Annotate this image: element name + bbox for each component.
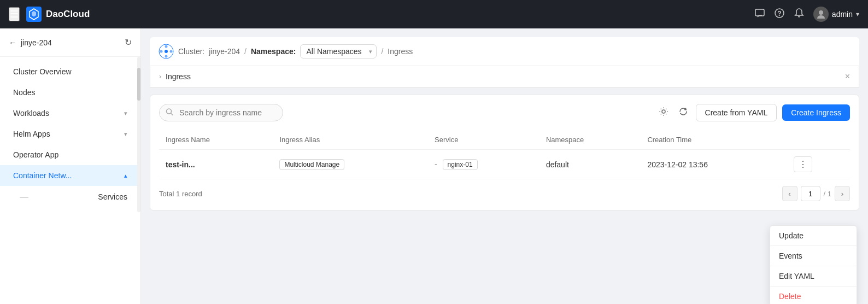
sidebar-item-helm-apps[interactable]: Helm Apps ▾ (0, 124, 140, 144)
app-title: DaoCloud (46, 9, 90, 20)
container-netw-chevron-icon: ▴ (124, 172, 127, 179)
sidebar-item-cluster-overview-label: Cluster Overview (13, 67, 72, 76)
dropdown-item-update[interactable]: Update (770, 226, 857, 246)
total-records-label: Total 1 record (159, 190, 202, 198)
sidebar: ← jinye-204 ↻ Cluster Overview Nodes Wor… (0, 28, 141, 304)
topnav: ☰ DaoCloud ? admin ▾ (0, 0, 868, 28)
ingress-expand-icon[interactable]: › (159, 73, 161, 80)
ingress-section-header: › Ingress × (150, 66, 859, 87)
svg-point-9 (160, 50, 163, 53)
sidebar-item-services-label: Services (98, 192, 127, 201)
svg-point-12 (662, 110, 665, 113)
content-wrapper: Cluster: jinye-204 / Namespace: All Name… (141, 28, 868, 304)
dropdown-menu: Update Events Edit YAML Delete (770, 225, 857, 304)
create-yaml-button[interactable]: Create from YAML (696, 104, 777, 121)
ingress-title-text: Ingress (166, 72, 191, 81)
ingress-section-title: › Ingress (159, 72, 191, 81)
bell-icon[interactable] (794, 8, 805, 21)
dropdown-item-delete[interactable]: Delete (770, 287, 857, 304)
cell-namespace: default (539, 150, 641, 179)
avatar (813, 7, 829, 22)
page-number-input[interactable] (801, 186, 820, 201)
svg-rect-1 (755, 9, 764, 16)
topnav-left: ☰ DaoCloud (9, 7, 90, 22)
create-ingress-button[interactable]: Create Ingress (782, 104, 850, 121)
svg-point-4 (819, 10, 823, 15)
gear-icon-button[interactable] (656, 104, 671, 121)
col-creation-time: Creation Time (641, 130, 787, 150)
cluster-label: Cluster: (178, 47, 204, 56)
ingress-section-close-button[interactable]: × (845, 72, 850, 81)
cell-actions: ⋮ (787, 150, 850, 179)
sidebar-scrollbar-track (137, 57, 140, 212)
sidebar-item-container-netw-label: Container Netw... (13, 171, 72, 180)
sidebar-header: ← jinye-204 ↻ (0, 28, 140, 57)
sidebar-item-workloads[interactable]: Workloads ▾ (0, 103, 140, 124)
helm-apps-chevron-icon: ▾ (124, 131, 127, 138)
svg-point-6 (165, 50, 168, 53)
namespace-label: Namespace: (251, 47, 296, 56)
dropdown-item-edit-yaml[interactable]: Edit YAML (770, 266, 857, 287)
cluster-name: jinye-204 (209, 47, 240, 56)
sidebar-item-container-netw[interactable]: Container Netw... ▴ (0, 165, 140, 186)
svg-point-11 (167, 109, 172, 114)
breadcrumb-sep-1: / (244, 47, 247, 56)
daocloud-logo-icon (26, 7, 42, 22)
svg-text:?: ? (777, 10, 781, 17)
refresh-icon-button[interactable] (676, 104, 690, 121)
ingress-section: › Ingress × (150, 66, 859, 88)
svg-point-10 (170, 50, 173, 53)
services-dash-icon: — (20, 192, 28, 202)
search-icon (166, 108, 173, 118)
cell-service: - nginx-01 (428, 150, 539, 179)
table-body: test-in... Multicloud Manage - nginx-01 … (159, 150, 850, 179)
col-namespace: Namespace (539, 130, 641, 150)
pagination: ‹ / 1 › (782, 186, 850, 201)
cell-creation-time: 2023-12-02 13:56 (641, 150, 787, 179)
username: admin (832, 10, 853, 19)
next-page-button[interactable]: › (835, 186, 850, 201)
main-layout: ← jinye-204 ↻ Cluster Overview Nodes Wor… (0, 28, 868, 304)
prev-page-button[interactable]: ‹ (782, 186, 797, 201)
table-header-row: Ingress Name Ingress Alias Service Names… (159, 130, 850, 150)
ingress-table: Ingress Name Ingress Alias Service Names… (159, 130, 850, 179)
sidebar-nav: Cluster Overview Nodes Workloads ▾ Helm … (0, 57, 140, 212)
cluster-icon (159, 44, 174, 59)
row-actions-button[interactable]: ⋮ (794, 156, 812, 172)
search-input[interactable] (159, 104, 283, 121)
workloads-chevron-icon: ▾ (124, 110, 127, 117)
cell-ingress-alias: Multicloud Manage (273, 150, 428, 179)
sidebar-item-services[interactable]: — Services (0, 186, 140, 208)
sidebar-item-operator-app-label: Operator App (13, 150, 58, 159)
chat-icon[interactable] (754, 8, 765, 21)
table-header: Ingress Name Ingress Alias Service Names… (159, 130, 850, 150)
sidebar-item-cluster-overview[interactable]: Cluster Overview (0, 61, 140, 82)
sidebar-back-button[interactable]: ← jinye-204 (9, 38, 52, 47)
namespace-select[interactable]: All Namespaces (300, 44, 377, 59)
svg-point-7 (165, 45, 168, 48)
page-sep: / 1 (824, 190, 831, 198)
topnav-right: ? admin ▾ (754, 7, 859, 22)
cluster-name-label: jinye-204 (21, 38, 52, 47)
col-service: Service (428, 130, 539, 150)
sidebar-item-helm-apps-label: Helm Apps (13, 130, 50, 138)
hamburger-icon[interactable]: ☰ (9, 7, 20, 21)
table-area: Create from YAML Create Ingress Ingress … (150, 95, 859, 211)
toolbar-right: Create from YAML Create Ingress (656, 104, 850, 121)
user-chevron-icon: ▾ (856, 10, 859, 18)
col-ingress-alias: Ingress Alias (273, 130, 428, 150)
sidebar-item-operator-app[interactable]: Operator App (0, 144, 140, 165)
sidebar-item-nodes-label: Nodes (13, 88, 35, 97)
search-wrap (159, 104, 476, 121)
breadcrumb-sep-2: / (381, 47, 383, 56)
dropdown-item-events[interactable]: Events (770, 246, 857, 266)
namespace-select-wrap: All Namespaces ▾ (300, 44, 377, 59)
breadcrumb-bar: Cluster: jinye-204 / Namespace: All Name… (150, 37, 859, 66)
logo-area: DaoCloud (26, 7, 90, 22)
col-ingress-name: Ingress Name (159, 130, 273, 150)
sidebar-item-nodes[interactable]: Nodes (0, 82, 140, 103)
help-icon[interactable]: ? (774, 8, 785, 21)
svg-point-8 (165, 55, 168, 58)
user-area[interactable]: admin ▾ (813, 7, 859, 22)
sidebar-refresh-icon[interactable]: ↻ (125, 37, 132, 48)
